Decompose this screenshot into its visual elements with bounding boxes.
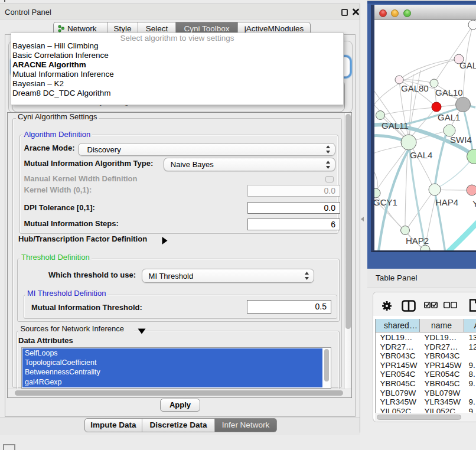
svg-text:SWI4: SWI4 xyxy=(450,135,472,145)
svg-text:GCY1: GCY1 xyxy=(374,197,397,207)
svg-text:GAL11: GAL11 xyxy=(382,120,409,131)
svg-text:GAL7: GAL7 xyxy=(459,60,476,70)
svg-text:GAL10: GAL10 xyxy=(435,87,463,97)
svg-text:Y: Y xyxy=(472,198,476,208)
svg-text:GAL4: GAL4 xyxy=(410,150,432,160)
svg-text:GAL1: GAL1 xyxy=(438,112,460,122)
svg-text:GAL80: GAL80 xyxy=(401,83,429,93)
svg-text:HAP4: HAP4 xyxy=(435,197,458,207)
svg-text:HAP2: HAP2 xyxy=(406,236,429,246)
